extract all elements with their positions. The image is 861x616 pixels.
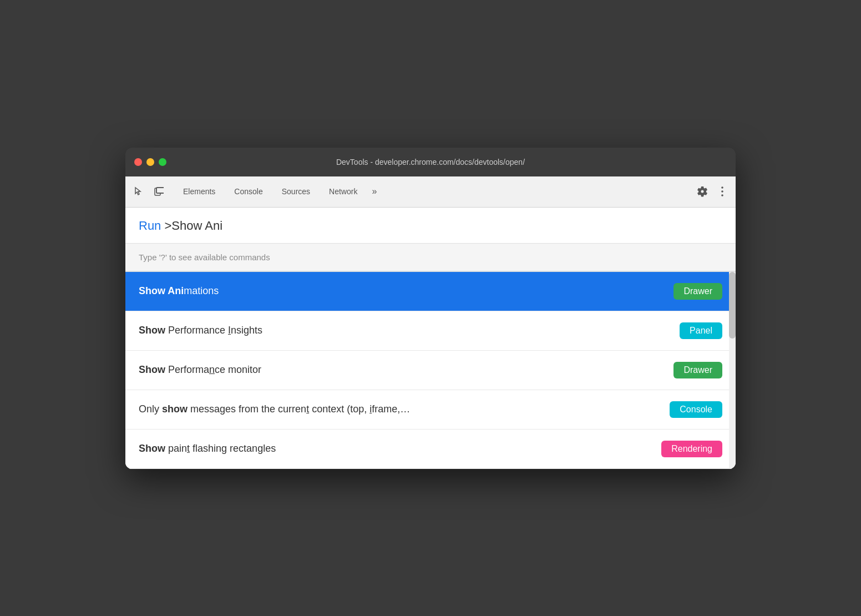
results-list: Show Animations Drawer Show Performance … bbox=[125, 272, 736, 469]
tab-sources[interactable]: Sources bbox=[273, 183, 319, 200]
result-text-performance-monitor: Show Performance monitor bbox=[139, 364, 673, 376]
svg-point-3 bbox=[721, 186, 723, 189]
tab-network[interactable]: Network bbox=[320, 183, 366, 200]
match-bold: Show Ani bbox=[139, 285, 184, 296]
result-item-performance-monitor[interactable]: Show Performance monitor Drawer bbox=[125, 351, 736, 390]
devtools-tabs-bar: Elements Console Sources Network » bbox=[125, 176, 736, 208]
match-normal: messages from the current context (top, … bbox=[188, 403, 410, 415]
badge-rendering-paint: Rendering bbox=[661, 441, 722, 457]
match-normal: paint flashing rectangles bbox=[165, 443, 276, 454]
more-options-icon[interactable] bbox=[713, 183, 731, 200]
match-normal: Performance Insights bbox=[165, 325, 262, 336]
tab-elements[interactable]: Elements bbox=[174, 183, 224, 200]
close-button[interactable] bbox=[134, 158, 142, 166]
command-placeholder-text: Type '?' to see available commands bbox=[125, 244, 736, 271]
tab-actions-group bbox=[693, 183, 731, 200]
match-bold: Show bbox=[139, 443, 165, 454]
match-bold: show bbox=[162, 403, 188, 415]
match-normal: Performance monitor bbox=[165, 364, 261, 375]
result-text-paint-flashing: Show paint flashing rectangles bbox=[139, 443, 661, 455]
match-bold: Show bbox=[139, 325, 165, 336]
badge-drawer-animations: Drawer bbox=[673, 283, 722, 300]
svg-point-5 bbox=[721, 194, 723, 196]
badge-console-messages: Console bbox=[670, 401, 722, 418]
result-item-show-animations[interactable]: Show Animations Drawer bbox=[125, 272, 736, 311]
result-text-show-messages: Only show messages from the current cont… bbox=[139, 403, 670, 415]
devtools-panel: Elements Console Sources Network » bbox=[125, 176, 736, 469]
command-palette: Run >Show Ani Type '?' to see available … bbox=[125, 208, 736, 272]
minimize-button[interactable] bbox=[146, 158, 154, 166]
result-text-performance-insights: Show Performance Insights bbox=[139, 325, 680, 336]
match-prefix: Only bbox=[139, 403, 162, 415]
scrollbar-track[interactable] bbox=[729, 272, 736, 469]
match-normal: mations bbox=[184, 285, 219, 296]
tabs-overflow-button[interactable]: » bbox=[367, 184, 381, 199]
scrollbar-thumb[interactable] bbox=[729, 272, 736, 339]
svg-rect-1 bbox=[156, 188, 164, 193]
window-title: DevTools - developer.chrome.com/docs/dev… bbox=[336, 158, 525, 166]
badge-drawer-monitor: Drawer bbox=[673, 362, 722, 378]
result-text-show-animations: Show Animations bbox=[139, 285, 673, 297]
badge-panel-insights: Panel bbox=[680, 322, 722, 339]
svg-point-4 bbox=[721, 190, 723, 193]
device-toolbar-icon[interactable] bbox=[150, 183, 168, 200]
result-item-paint-flashing[interactable]: Show paint flashing rectangles Rendering bbox=[125, 430, 736, 469]
title-bar: DevTools - developer.chrome.com/docs/dev… bbox=[125, 148, 736, 176]
inspect-element-icon[interactable] bbox=[130, 183, 148, 200]
command-input-display: >Show Ani bbox=[164, 219, 222, 233]
results-container: Show Animations Drawer Show Performance … bbox=[125, 272, 736, 469]
maximize-button[interactable] bbox=[159, 158, 166, 166]
result-item-performance-insights[interactable]: Show Performance Insights Panel bbox=[125, 311, 736, 351]
match-bold: Show bbox=[139, 364, 165, 375]
result-item-show-messages[interactable]: Only show messages from the current cont… bbox=[125, 390, 736, 430]
main-tabs-list: Elements Console Sources Network » bbox=[174, 183, 693, 200]
tab-icon-group bbox=[130, 183, 168, 200]
run-label: Run bbox=[139, 219, 161, 233]
settings-icon[interactable] bbox=[693, 183, 711, 200]
tab-console[interactable]: Console bbox=[225, 183, 271, 200]
command-header: Run >Show Ani bbox=[125, 208, 736, 244]
traffic-lights bbox=[134, 158, 166, 166]
browser-window: DevTools - developer.chrome.com/docs/dev… bbox=[125, 148, 736, 469]
